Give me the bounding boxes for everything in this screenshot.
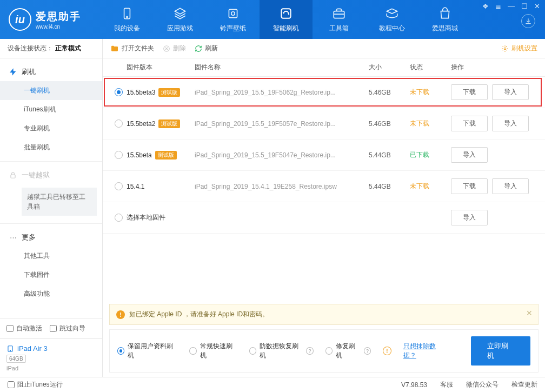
svg-rect-4	[281, 9, 290, 18]
nav-head-jailbreak: 一键越狱	[0, 166, 102, 184]
erase-data-link[interactable]: 只想抹除数据？	[403, 342, 447, 360]
row-size: 5.46GB	[369, 89, 410, 96]
svg-rect-6	[11, 175, 15, 178]
flash-option-3[interactable]: 修复刷机?	[325, 342, 371, 360]
nav-head-flash[interactable]: 刷机	[0, 63, 102, 81]
sidebar: 设备连接状态： 正常模式 刷机 一键刷机iTunes刷机专业刷机批量刷机 一键越…	[0, 39, 103, 377]
device-info[interactable]: iPad Air 3 64GB iPad	[0, 338, 102, 377]
close-button[interactable]: ✕	[533, 2, 542, 10]
tab-store[interactable]: 爱思商城	[418, 0, 471, 39]
help-icon[interactable]: ?	[306, 347, 313, 355]
row-ops: 导入	[451, 147, 537, 163]
import-button[interactable]: 导入	[451, 147, 488, 163]
check-update-link[interactable]: 检查更新	[511, 380, 537, 389]
menu-button[interactable]: ≣	[494, 2, 503, 10]
firmware-row[interactable]: 15.5beta2测试版 iPad_Spring_2019_15.5_19F50…	[103, 108, 545, 139]
row-size: 5.44GB	[369, 183, 410, 190]
open-folder-button[interactable]: 打开文件夹	[110, 44, 154, 53]
minimize-button[interactable]: —	[506, 2, 516, 10]
tab-my-device[interactable]: 我的设备	[101, 0, 154, 39]
firmware-row[interactable]: 15.4.1 iPad_Spring_2019_15.4.1_19E258_Re…	[103, 171, 545, 202]
download-status-icon[interactable]	[521, 14, 535, 28]
tutorial-icon	[385, 6, 399, 21]
tab-apps[interactable]: 应用游戏	[154, 0, 207, 39]
flash-option-bar: 保留用户资料刷机常规快速刷机防数据恢复刷机?修复刷机? ! 只想抹除数据？ 立即…	[109, 329, 539, 373]
info-icon[interactable]: !	[383, 347, 391, 355]
support-link[interactable]: 客服	[440, 380, 453, 389]
row-radio[interactable]	[110, 119, 127, 128]
th-ops: 操作	[451, 63, 537, 72]
firmware-row[interactable]: 15.5beta3测试版 iPad_Spring_2019_15.5_19F50…	[103, 77, 545, 108]
row-status: 未下载	[410, 182, 451, 191]
row-radio[interactable]	[110, 151, 127, 159]
import-button[interactable]: 导入	[451, 210, 488, 225]
sidebar-item-flash-2[interactable]: 专业刷机	[0, 119, 102, 138]
flash-option-0[interactable]: 保留用户资料刷机	[117, 342, 177, 360]
download-button[interactable]: 下载	[451, 116, 488, 131]
beta-tag: 测试版	[158, 119, 180, 128]
radio-icon	[189, 347, 196, 355]
row-radio[interactable]	[110, 88, 127, 96]
svg-rect-5	[334, 11, 344, 18]
tab-toolbox[interactable]: 工具箱	[313, 0, 365, 39]
tab-tutorial[interactable]: 教程中心	[365, 0, 418, 39]
local-firmware-row[interactable]: 选择本地固件 导入	[103, 202, 545, 234]
import-button[interactable]: 导入	[492, 116, 529, 131]
sidebar-item-more-2[interactable]: 高级功能	[0, 284, 102, 303]
device-type: iPad	[6, 365, 96, 371]
refresh-button[interactable]: 刷新	[195, 44, 218, 53]
download-button[interactable]: 下载	[451, 84, 488, 100]
sidebar-item-more-1[interactable]: 下载固件	[0, 265, 102, 284]
nav-head-more[interactable]: ⋯ 更多	[0, 228, 102, 247]
delete-button[interactable]: 删除	[163, 44, 186, 53]
flash-settings-button[interactable]: 刷机设置	[501, 44, 537, 53]
row-status: 已下载	[410, 150, 451, 160]
wechat-link[interactable]: 微信公众号	[466, 380, 499, 389]
maximize-button[interactable]: ☐	[520, 2, 529, 10]
notice-close-button[interactable]: ✕	[526, 309, 533, 317]
radio-icon	[249, 347, 256, 355]
flash-option-1[interactable]: 常规快速刷机	[189, 342, 237, 360]
flash-now-button[interactable]: 立即刷机	[471, 336, 530, 366]
conn-value: 正常模式	[55, 44, 81, 53]
help-icon[interactable]: ?	[364, 347, 371, 355]
row-radio[interactable]	[110, 214, 127, 222]
flash-option-2[interactable]: 防数据恢复刷机?	[249, 342, 314, 360]
tab-label: 我的设备	[114, 24, 140, 33]
tab-ringtones[interactable]: 铃声壁纸	[207, 0, 260, 39]
import-button[interactable]: 导入	[492, 178, 529, 194]
import-button[interactable]: 导入	[492, 84, 529, 100]
brand-title: 爱思助手	[36, 10, 81, 24]
toolbar: 打开文件夹 删除 刷新 刷机设置	[103, 39, 545, 58]
jailbreak-notice: 越狱工具已转移至工具箱	[22, 188, 97, 216]
tab-flash[interactable]: 智能刷机	[260, 0, 313, 39]
row-radio[interactable]	[110, 182, 127, 190]
nav-group-more: ⋯ 更多 其他工具下载固件高级功能	[0, 224, 102, 308]
nav-jailbreak-label: 一键越狱	[22, 170, 50, 180]
brand-url: www.i4.cn	[36, 24, 81, 30]
row-status: 未下载	[410, 88, 451, 97]
svg-point-1	[127, 16, 128, 17]
delete-icon	[163, 45, 170, 52]
row-size: 5.46GB	[369, 120, 410, 128]
tab-label: 教程中心	[379, 24, 405, 33]
auto-activate-checkbox[interactable]: 自动激活	[6, 324, 42, 333]
sidebar-item-flash-0[interactable]: 一键刷机	[0, 81, 102, 100]
block-itunes-checkbox[interactable]: 阻止iTunes运行	[8, 380, 63, 389]
more-icon: ⋯	[9, 233, 17, 242]
device-name: iPad Air 3	[6, 344, 96, 353]
sidebar-item-flash-1[interactable]: iTunes刷机	[0, 100, 102, 119]
sidebar-item-flash-3[interactable]: 批量刷机	[0, 138, 102, 157]
tab-label: 铃声壁纸	[220, 24, 246, 33]
th-size: 大小	[369, 63, 410, 72]
gear-icon	[501, 45, 509, 52]
skin-button[interactable]: ❖	[481, 2, 490, 10]
window-controls: ❖ ≣ — ☐ ✕	[481, 2, 542, 10]
svg-point-8	[10, 350, 10, 350]
row-status: 未下载	[410, 119, 451, 128]
sidebar-item-more-0[interactable]: 其他工具	[0, 247, 102, 265]
firmware-row[interactable]: 15.5beta测试版 iPad_Spring_2019_15.5_19F504…	[103, 139, 545, 171]
row-size: 5.44GB	[369, 151, 410, 159]
skip-guide-checkbox[interactable]: 跳过向导	[50, 324, 85, 333]
download-button[interactable]: 下载	[451, 178, 488, 194]
